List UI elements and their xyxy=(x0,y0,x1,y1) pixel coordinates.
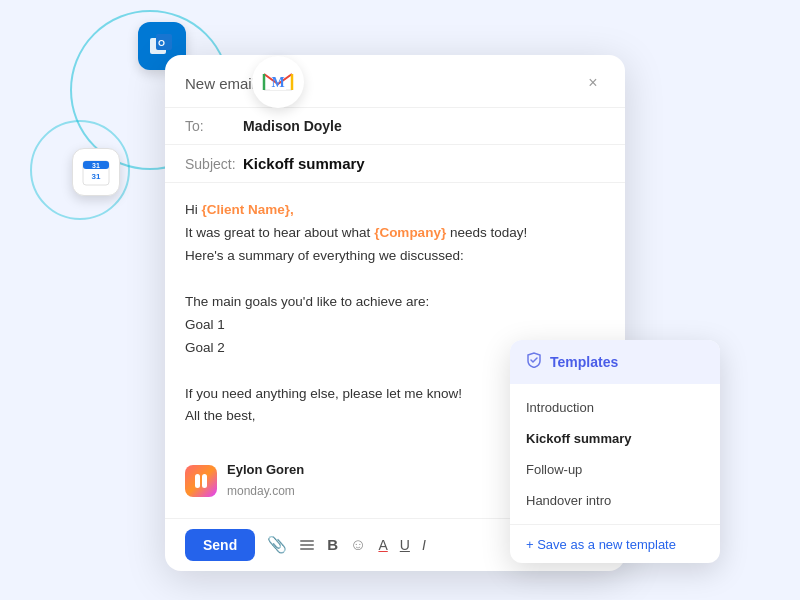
monday-dot-1 xyxy=(195,474,200,488)
svg-text:31: 31 xyxy=(92,162,100,169)
send-button[interactable]: Send xyxy=(185,529,255,561)
to-value: Madison Doyle xyxy=(243,118,342,134)
email-window-title: New email xyxy=(185,75,255,92)
font-color-icon[interactable]: A xyxy=(378,537,387,553)
attachment-icon[interactable]: 📎 xyxy=(267,535,287,554)
italic-icon[interactable]: I xyxy=(422,537,426,553)
templates-header: Templates xyxy=(510,340,720,384)
to-label: To: xyxy=(185,118,243,134)
calendar-icon: 31 31 xyxy=(72,148,120,196)
svg-rect-10 xyxy=(300,548,314,550)
company-placeholder: {Company} xyxy=(374,225,446,240)
template-item-introduction[interactable]: Introduction xyxy=(510,392,720,423)
subject-value: Kickoff summary xyxy=(243,155,365,172)
body-line-1: It was great to hear about what {Company… xyxy=(185,222,605,245)
template-item-handover[interactable]: Handover intro xyxy=(510,485,720,516)
svg-text:M: M xyxy=(271,75,284,90)
emoji-icon[interactable]: ☺ xyxy=(350,536,366,554)
body-goal-1: Goal 1 xyxy=(185,314,605,337)
to-field: To: Madison Doyle xyxy=(165,108,625,145)
close-button[interactable]: × xyxy=(581,71,605,95)
monday-logo xyxy=(185,465,217,497)
template-item-followup[interactable]: Follow-up xyxy=(510,454,720,485)
underline-icon[interactable]: U xyxy=(400,537,410,553)
body-line-2: Here's a summary of everything we discus… xyxy=(185,245,605,268)
sender-name: Eylon Goren xyxy=(227,459,304,481)
templates-panel: Templates Introduction Kickoff summary F… xyxy=(510,340,720,563)
body-line-3: The main goals you'd like to achieve are… xyxy=(185,291,605,314)
svg-rect-8 xyxy=(300,540,314,542)
svg-text:31: 31 xyxy=(92,172,101,181)
line1-text: It was great to hear about what xyxy=(185,225,374,240)
list-icon[interactable] xyxy=(299,537,315,553)
save-template-link[interactable]: + Save as a new template xyxy=(526,537,676,552)
monday-logo-dots xyxy=(195,474,207,488)
client-name-placeholder: {Client Name}, xyxy=(202,202,294,217)
templates-footer: + Save as a new template xyxy=(510,524,720,563)
greeting-text: Hi xyxy=(185,202,202,217)
bold-icon[interactable]: B xyxy=(327,536,338,553)
subject-field: Subject: Kickoff summary xyxy=(165,145,625,183)
body-line-greeting: Hi {Client Name}, xyxy=(185,199,605,222)
sender-info: Eylon Goren monday.com xyxy=(227,459,304,501)
monday-dot-2 xyxy=(202,474,207,488)
templates-title: Templates xyxy=(550,354,618,370)
subject-label: Subject: xyxy=(185,156,243,172)
templates-icon xyxy=(526,352,542,372)
templates-list: Introduction Kickoff summary Follow-up H… xyxy=(510,384,720,524)
sender-email: monday.com xyxy=(227,481,304,501)
template-item-kickoff[interactable]: Kickoff summary xyxy=(510,423,720,454)
email-header: New email × xyxy=(165,55,625,108)
gmail-icon: M xyxy=(252,56,304,108)
svg-text:O: O xyxy=(158,38,165,48)
svg-rect-9 xyxy=(300,544,314,546)
line1-end: needs today! xyxy=(446,225,527,240)
